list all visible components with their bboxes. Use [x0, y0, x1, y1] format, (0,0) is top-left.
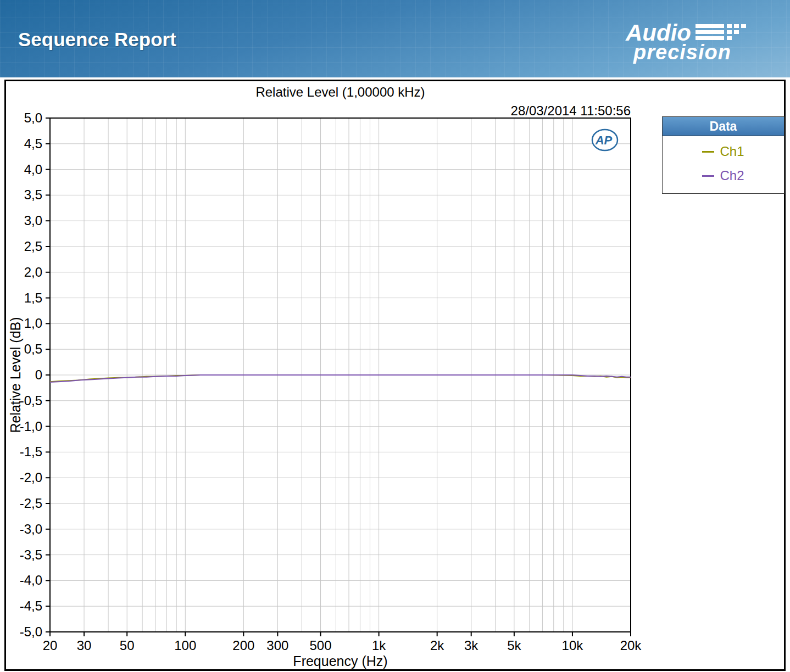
x-tick-label: 5k	[507, 638, 521, 653]
x-tick-label: 1k	[372, 638, 386, 653]
y-tick-label: 1,0	[24, 316, 42, 331]
legend-title: Data	[663, 117, 784, 136]
y-tick-label: -2,0	[20, 470, 42, 485]
x-tick-label: 3k	[464, 638, 479, 653]
x-tick-label: 30	[77, 638, 92, 653]
y-tick-label: 0	[35, 367, 42, 382]
x-tick-label: 2k	[430, 638, 444, 653]
y-tick-label: 1,5	[24, 290, 42, 305]
x-tick-label: 10k	[562, 638, 584, 653]
x-tick-label: 100	[174, 638, 196, 653]
y-tick-label: -4,5	[20, 598, 42, 613]
x-axis-label: Frequency (Hz)	[293, 653, 387, 669]
y-tick-label: 3,0	[24, 213, 42, 228]
y-tick-label: -1,5	[20, 444, 42, 459]
audio-precision-logo: Audio precision	[626, 22, 750, 64]
y-tick-label: -3,5	[20, 547, 42, 562]
series-line-ch1	[50, 375, 631, 382]
y-tick-label: -3,0	[20, 522, 42, 536]
legend-line-sample-icon	[702, 151, 714, 153]
legend-label: Ch1	[720, 144, 744, 159]
series-line-ch2	[50, 375, 631, 382]
x-tick-label: 20	[43, 638, 58, 653]
y-tick-label: 5,0	[24, 110, 42, 125]
legend: Data Ch1Ch2	[662, 116, 785, 194]
y-tick-label: 0,5	[24, 341, 42, 356]
y-tick-label: 4,0	[24, 162, 42, 177]
y-tick-label: 2,0	[24, 265, 42, 279]
report-header: Sequence Report Audio precision	[0, 0, 790, 77]
y-tick-label: 4,5	[24, 136, 42, 151]
chart-page: Relative Level (1,00000 kHz) 28/03/2014 …	[4, 80, 786, 671]
legend-label: Ch2	[720, 168, 744, 183]
y-tick-label: -5,0	[20, 624, 42, 639]
x-tick-label: 300	[266, 638, 288, 653]
y-tick-label: -2,5	[20, 496, 42, 511]
logo-text-precision: precision	[626, 41, 750, 64]
x-tick-label: 50	[120, 638, 135, 653]
legend-entry-ch2: Ch2	[663, 164, 784, 188]
legend-line-sample-icon	[702, 175, 714, 177]
report-title: Sequence Report	[18, 29, 176, 51]
x-tick-label: 500	[310, 638, 332, 653]
ap-watermark-text: AP	[595, 133, 613, 147]
y-tick-label: -4,0	[20, 573, 42, 587]
legend-entry-ch1: Ch1	[663, 139, 784, 164]
x-tick-label: 20k	[620, 638, 642, 653]
x-tick-label: 200	[232, 638, 254, 653]
legend-entries: Ch1Ch2	[663, 136, 784, 193]
y-axis-label: Relative Level (dB)	[8, 317, 23, 433]
y-tick-label: 3,5	[24, 187, 42, 202]
y-tick-label: 2,5	[24, 239, 42, 254]
